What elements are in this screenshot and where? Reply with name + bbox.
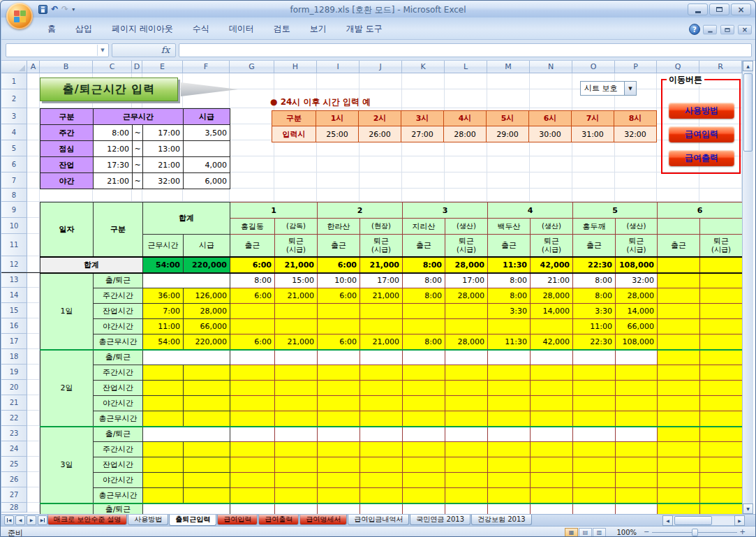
cell[interactable] xyxy=(360,172,402,189)
ts-cell[interactable] xyxy=(616,503,658,515)
cell[interactable] xyxy=(487,172,530,189)
ts-cell[interactable] xyxy=(360,396,403,411)
cell[interactable] xyxy=(360,189,402,202)
ts-cell[interactable] xyxy=(700,365,743,381)
ts-cell[interactable] xyxy=(658,273,700,288)
cell[interactable] xyxy=(27,395,40,411)
cell[interactable] xyxy=(230,124,274,140)
column-header-D[interactable]: D xyxy=(132,61,142,73)
cell[interactable] xyxy=(27,272,40,288)
ts-wage-total[interactable] xyxy=(184,488,230,503)
employee-role[interactable]: (감독) xyxy=(275,219,318,235)
ts-cell[interactable] xyxy=(360,427,403,442)
row-header-25[interactable]: 25 xyxy=(1,457,27,472)
ts-cell[interactable] xyxy=(230,427,275,442)
sheet-tab-5[interactable]: 급여명세서 xyxy=(299,515,347,525)
ts-cell[interactable]: 28,000 xyxy=(445,288,488,304)
ts-cell[interactable] xyxy=(531,381,573,396)
ts-cell[interactable] xyxy=(700,488,743,503)
ts-cell[interactable]: 8:00 xyxy=(573,273,616,288)
ts-category[interactable]: 출/퇴근 xyxy=(94,427,143,442)
ts-cell[interactable] xyxy=(531,457,573,473)
ts-total-cell[interactable] xyxy=(700,257,743,273)
row-header-19[interactable]: 19 xyxy=(1,365,27,380)
ts-category[interactable]: 잔업시간 xyxy=(94,304,143,319)
employee-name[interactable]: 홍길동 xyxy=(230,219,275,235)
ts-total-cell[interactable]: 22:30 xyxy=(573,257,616,273)
column-header-K[interactable]: K xyxy=(402,61,445,73)
ts-cell[interactable] xyxy=(658,288,700,304)
ts-cell[interactable] xyxy=(700,427,743,442)
qat-dropdown-icon[interactable]: ▾ xyxy=(72,6,75,13)
ts-cell[interactable]: 14,000 xyxy=(616,304,658,319)
ts-cell[interactable] xyxy=(275,442,318,457)
ts-cell[interactable] xyxy=(360,350,403,365)
ts-cell[interactable] xyxy=(403,396,445,411)
ts-cell[interactable]: 6:00 xyxy=(318,288,360,304)
column-header-I[interactable]: I xyxy=(317,61,360,73)
cell[interactable] xyxy=(230,156,274,172)
cell[interactable] xyxy=(274,189,317,202)
formula-input[interactable] xyxy=(179,43,752,57)
ts-cell[interactable]: 10:00 xyxy=(318,273,360,288)
ts-cell[interactable] xyxy=(445,304,488,319)
workbook-restore-button[interactable] xyxy=(720,24,734,34)
ts-cell[interactable] xyxy=(230,365,275,381)
cell[interactable] xyxy=(572,189,615,202)
ts-cell[interactable] xyxy=(531,319,573,334)
cell[interactable] xyxy=(27,303,40,318)
ts-cell[interactable] xyxy=(700,319,743,334)
column-header-M[interactable]: M xyxy=(487,61,530,73)
column-header-G[interactable]: G xyxy=(230,61,274,73)
cell[interactable] xyxy=(27,218,40,234)
ts-cell[interactable] xyxy=(616,350,658,365)
cell[interactable] xyxy=(445,189,487,202)
employee-role[interactable]: (생산) xyxy=(616,219,658,235)
cell[interactable] xyxy=(402,140,445,156)
ts-cell[interactable] xyxy=(445,365,488,381)
ts-total-cell[interactable]: 42,000 xyxy=(531,257,573,273)
employee-role[interactable]: (생산) xyxy=(531,219,573,235)
ts-cell[interactable] xyxy=(403,457,445,473)
normal-view-button[interactable]: ▦ xyxy=(565,528,578,537)
ts-cell[interactable] xyxy=(573,365,616,381)
ts-cell[interactable] xyxy=(275,365,318,381)
cell[interactable] xyxy=(132,189,142,202)
workbook-minimize-button[interactable] xyxy=(703,24,717,34)
rate-end[interactable]: 17:00 xyxy=(143,125,184,141)
cell[interactable] xyxy=(657,189,699,202)
cell[interactable] xyxy=(27,503,40,513)
ts-cell[interactable] xyxy=(616,427,658,442)
cell[interactable] xyxy=(27,256,40,272)
next-sheet-button[interactable]: ▶ xyxy=(27,515,36,525)
cell[interactable] xyxy=(27,124,40,140)
ribbon-tab-5[interactable]: 검토 xyxy=(264,20,300,40)
name-box[interactable]: ▼ xyxy=(6,43,109,57)
row-header-14[interactable]: 14 xyxy=(1,288,27,303)
ts-cell[interactable]: 8:00 xyxy=(488,273,531,288)
ts-worktime-total[interactable] xyxy=(143,488,184,503)
ts-worktime-total[interactable] xyxy=(143,396,184,411)
cell[interactable] xyxy=(27,318,40,334)
row-header-20[interactable]: 20 xyxy=(1,380,27,395)
ts-wage-total[interactable]: 126,000 xyxy=(184,288,230,304)
column-header-C[interactable]: C xyxy=(93,61,132,73)
row-header-9[interactable]: 9 xyxy=(1,202,27,218)
cell[interactable] xyxy=(402,73,445,89)
cell[interactable] xyxy=(572,156,615,172)
example-data-cell[interactable]: 28:00 xyxy=(444,126,487,142)
column-header-B[interactable]: B xyxy=(40,61,93,73)
ts-cell[interactable] xyxy=(700,442,743,457)
ts-cell[interactable]: 8:00 xyxy=(230,273,275,288)
ts-wage-total[interactable] xyxy=(184,365,230,381)
ts-cell[interactable]: 8:00 xyxy=(573,288,616,304)
ts-cell[interactable] xyxy=(658,427,700,442)
cell[interactable] xyxy=(445,89,487,108)
cell[interactable] xyxy=(487,73,530,89)
ts-category[interactable]: 잔업시간 xyxy=(94,381,143,396)
cell[interactable] xyxy=(230,172,274,189)
ts-cell[interactable] xyxy=(275,411,318,427)
row-header-28[interactable]: 28 xyxy=(1,503,27,513)
ts-cell[interactable] xyxy=(230,488,275,503)
ribbon-tab-1[interactable]: 삽입 xyxy=(66,20,102,40)
